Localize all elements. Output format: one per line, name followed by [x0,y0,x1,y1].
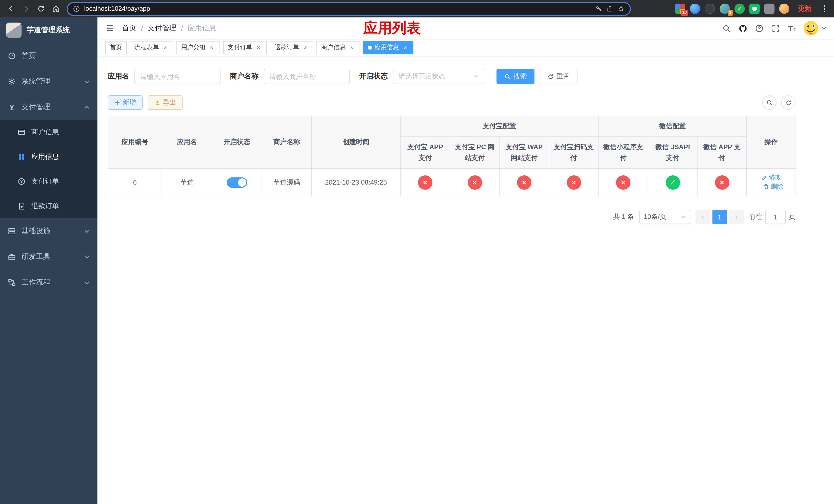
forward-icon[interactable] [19,2,33,16]
app-logo[interactable]: 芋道管理系统 [0,18,97,43]
tab-merchant-info[interactable]: 商户信息 × [316,41,360,54]
help-icon[interactable] [755,24,764,32]
chrome-update-button[interactable]: 更新 [794,3,815,15]
fullscreen-icon[interactable] [772,24,781,32]
sidebar-item-label: 支付管理 [22,102,79,112]
github-icon[interactable] [739,24,748,32]
delete-link[interactable]: 删除 [763,182,784,191]
trash-icon [763,184,769,190]
tab-close-icon[interactable]: × [402,44,409,51]
font-size-icon[interactable]: TT [788,24,795,32]
sidebar-item-system[interactable]: 系统管理 [0,69,97,94]
app-name-input[interactable] [134,69,221,84]
tab-user-group[interactable]: 用户分组 × [176,41,220,54]
cell-actions: 修改 删除 [747,168,796,196]
chevron-down-icon [821,26,826,31]
sidebar-item-workflow[interactable]: 工作流程 [0,270,97,295]
cell-alipay-scan: × [549,168,598,196]
bookmark-star-icon[interactable] [618,5,625,12]
tab-close-icon[interactable]: × [255,44,262,51]
share-icon[interactable] [606,5,613,12]
sidebar-item-payment[interactable]: ¥ 支付管理 [0,94,97,120]
cell-app-id: 6 [108,168,162,196]
col-alipay-wap: 支付宝 WAP 网站支付 [499,137,549,168]
refresh-table-button[interactable] [781,95,795,110]
back-icon[interactable] [4,2,18,16]
page-number-button[interactable]: 1 [712,210,727,224]
merchant-name-input[interactable] [264,69,350,84]
tab-close-icon[interactable]: × [302,44,309,51]
table-row: 6 芋道 芋道源码 2021-10-23 08:49:25 × × × × × [108,168,796,196]
app-name-label: 应用名 [108,72,129,81]
cell-app-name: 芋道 [162,168,212,196]
sidebar-item-app-info[interactable]: 应用信息 [0,144,97,169]
site-info-icon[interactable] [73,5,80,12]
url-text[interactable]: localhost:1024/pay/app [84,5,591,12]
page-size-select[interactable]: 10条/页 [639,210,690,224]
goto-page-input[interactable] [765,210,786,224]
tab-close-icon[interactable]: × [348,44,355,51]
status-label: 开启状态 [359,72,388,81]
logo-avatar [6,23,22,38]
prev-page-button[interactable]: ‹ [696,210,710,224]
col-status: 开启状态 [212,116,262,168]
col-alipay-scan: 支付宝扫码支付 [549,137,598,168]
table-toolbar: 新增 导出 [108,95,795,110]
sidebar-item-merchant-info[interactable]: 商户信息 [0,120,97,144]
extension-grid-icon[interactable]: 10 [675,4,685,14]
tab-close-icon[interactable]: × [208,44,215,51]
tab-home[interactable]: 首页 [105,41,127,54]
sidebar-item-infrastructure[interactable]: 基础设施 [0,219,97,244]
next-page-button[interactable]: › [729,210,744,224]
home-icon[interactable] [49,2,63,16]
sidebar-item-label: 商户信息 [31,128,90,137]
sidebar-item-home[interactable]: 首页 [0,43,97,69]
extension-check-icon[interactable]: ✓ [734,4,745,14]
extension-avatar-icon[interactable]: 1 [720,4,730,14]
chevron-down-icon [84,79,90,84]
add-button[interactable]: 新增 [108,95,142,110]
wechat-devtools-icon[interactable] [749,4,760,14]
sidebar-item-label: 首页 [22,51,90,61]
search-icon [504,73,511,80]
pay-order-icon [18,177,26,186]
sidebar-item-refund-orders[interactable]: 退款订单 [0,194,97,219]
password-key-icon[interactable] [595,5,602,12]
edit-link[interactable]: 修改 [761,173,782,182]
cell-merchant: 芋道源码 [262,168,312,196]
breadcrumb-home[interactable]: 首页 [122,24,136,33]
profile-avatar-icon[interactable] [779,4,789,14]
breadcrumb-payment[interactable]: 支付管理 [148,24,176,33]
extension-badge: 1 [728,10,733,16]
search-icon[interactable] [722,24,731,32]
search-button[interactable]: 搜索 [497,69,534,84]
tab-pay-orders[interactable]: 支付订单 × [223,41,267,54]
tab-label: 首页 [110,43,122,52]
sidebar-item-pay-orders[interactable]: 支付订单 [0,169,97,194]
extension-dark-icon[interactable] [705,4,715,14]
toggle-search-button[interactable] [762,95,776,110]
reset-button[interactable]: 重置 [540,69,577,84]
sidebar-item-label: 工作流程 [22,278,79,287]
extensions-puzzle-icon[interactable] [764,4,774,14]
status-cross-icon: × [467,175,482,189]
yen-icon: ¥ [8,103,16,112]
sidebar-item-label: 研发工具 [22,252,79,261]
sidebar-item-dev-tools[interactable]: 研发工具 [0,244,97,270]
tab-app-info[interactable]: 应用信息 × [363,41,413,54]
status-toggle[interactable] [227,177,247,187]
extension-drop-icon[interactable] [690,4,700,14]
collapse-menu-icon[interactable] [105,24,114,33]
chevron-down-icon [84,254,90,260]
refresh-icon[interactable] [34,2,48,16]
export-button[interactable]: 导出 [148,95,182,110]
tab-refund-orders[interactable]: 退款订单 × [270,41,313,54]
tab-close-icon[interactable]: × [161,44,169,51]
address-bar[interactable]: localhost:1024/pay/app [67,2,631,16]
browser-menu-icon[interactable] [820,3,829,14]
toolbar-right [762,95,795,110]
status-select[interactable]: 请选择开启状态 [393,69,484,84]
user-menu[interactable] [803,21,826,36]
tab-process-form[interactable]: 流程表单 × [130,41,173,54]
chevron-down-icon [681,214,686,220]
